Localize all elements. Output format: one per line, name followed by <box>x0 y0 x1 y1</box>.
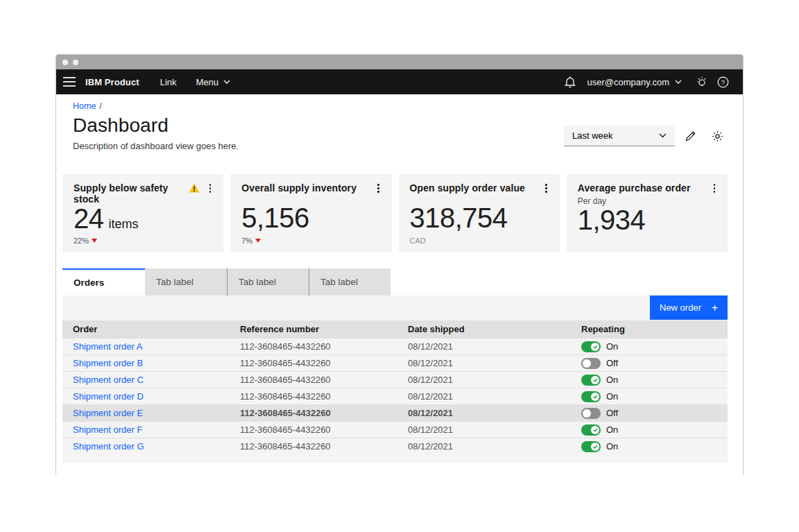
breadcrumb-home-link[interactable]: Home <box>73 101 96 111</box>
tab-label-1[interactable]: Tab label <box>145 268 227 295</box>
toggle-state-label: On <box>606 424 618 435</box>
tab-label-2[interactable]: Tab label <box>227 268 309 295</box>
time-range-dropdown[interactable]: Last week <box>564 126 675 146</box>
date-cell: 08/12/2021 <box>397 441 571 452</box>
toggle-state-label: On <box>606 375 618 385</box>
toggle-state-label: Off <box>606 358 618 368</box>
order-link[interactable]: Shipment order F <box>73 424 142 435</box>
settings-gear-icon[interactable] <box>707 126 728 146</box>
metric-unit: CAD <box>410 237 426 245</box>
edit-pencil-icon[interactable] <box>680 126 701 146</box>
app-window: IBM Product Link Menu user@company.com ? <box>55 54 744 475</box>
table-row[interactable]: Shipment order A 112-3608465-4432260 08/… <box>62 338 728 354</box>
order-link[interactable]: Shipment order E <box>73 408 143 418</box>
app-header: IBM Product Link Menu user@company.com ? <box>56 69 743 94</box>
repeating-toggle[interactable] <box>581 424 601 436</box>
date-cell: 08/12/2021 <box>397 341 571 352</box>
date-cell: 08/12/2021 <box>397 408 571 418</box>
page-controls: Last week <box>564 126 728 146</box>
card-title: Open supply order value <box>410 182 525 194</box>
tab-bar: Orders Tab label Tab label Tab label <box>62 268 728 295</box>
column-header-repeating[interactable]: Repeating <box>571 324 728 334</box>
repeating-toggle[interactable] <box>581 358 601 369</box>
order-link[interactable]: Shipment order D <box>73 391 144 402</box>
overflow-menu-icon[interactable] <box>711 182 719 194</box>
nav-menu[interactable]: Menu <box>196 77 231 87</box>
nav-link[interactable]: Link <box>160 77 177 87</box>
table-footer-spacer <box>62 454 728 463</box>
metric-value: 318,754 <box>410 204 508 232</box>
table-row[interactable]: Shipment order G 112-3608465-4432260 08/… <box>62 438 728 454</box>
overflow-menu-icon[interactable] <box>375 182 382 194</box>
repeating-toggle[interactable] <box>581 391 601 402</box>
metric-card-supply-below-safety-stock[interactable]: Supply below safety stock 24 items 22% <box>62 174 223 252</box>
table-row[interactable]: Shipment order D 112-3608465-4432260 08/… <box>62 388 728 404</box>
overflow-menu-icon[interactable] <box>207 182 214 194</box>
toggle-state-label: On <box>606 391 618 402</box>
window-control-dot[interactable] <box>62 60 68 65</box>
user-email: user@company.com <box>587 77 669 87</box>
order-link[interactable]: Shipment order A <box>73 341 142 352</box>
table-row[interactable]: Shipment order F 112-3608465-4432260 08/… <box>62 421 728 438</box>
notifications-bell-icon[interactable] <box>560 71 581 92</box>
trend-value: 22% <box>74 237 89 245</box>
date-cell: 08/12/2021 <box>397 375 571 385</box>
tab-label-3[interactable]: Tab label <box>309 268 390 295</box>
trend-down-icon <box>92 239 97 243</box>
order-link[interactable]: Shipment order B <box>73 358 143 368</box>
table-row-hovered[interactable]: Shipment order E 112-3608465-4432260 08/… <box>62 404 728 421</box>
reference-cell: 112-3608465-4432260 <box>230 441 397 452</box>
repeating-toggle[interactable] <box>581 441 601 452</box>
order-link[interactable]: Shipment order G <box>73 441 144 452</box>
screen: IBM Product Link Menu user@company.com ? <box>0 0 799 532</box>
window-control-dot[interactable] <box>73 60 78 65</box>
column-header-order[interactable]: Order <box>62 324 230 334</box>
repeating-toggle[interactable] <box>581 341 601 352</box>
chevron-down-icon <box>659 133 667 138</box>
hamburger-menu-icon[interactable] <box>59 71 80 92</box>
toggle-state-label: Off <box>606 408 618 418</box>
repeating-toggle[interactable] <box>581 375 601 386</box>
card-title: Supply below safety stock <box>74 182 189 205</box>
card-title: Average purchase order <box>578 182 691 194</box>
warning-icon <box>189 183 200 193</box>
svg-text:?: ? <box>721 78 724 86</box>
reference-cell: 112-3608465-4432260 <box>230 358 397 368</box>
plus-icon: + <box>712 302 718 314</box>
column-header-reference[interactable]: Reference number <box>230 324 397 334</box>
table-row[interactable]: Shipment order B 112-3608465-4432260 08/… <box>62 354 728 371</box>
metric-card-open-supply-order-value[interactable]: Open supply order value 318,754 CAD <box>399 174 560 252</box>
metric-value: 5,156 <box>241 204 309 232</box>
account-menu[interactable]: user@company.com <box>587 77 682 87</box>
metric-suffix: items <box>109 218 139 230</box>
trend-value: 7% <box>241 237 252 245</box>
help-icon[interactable]: ? <box>712 71 733 92</box>
reference-cell: 112-3608465-4432260 <box>230 408 397 418</box>
toggle-state-label: On <box>606 441 618 452</box>
page-content: Home/ Dashboard Description of dashboard… <box>56 94 743 475</box>
brand-title: IBM Product <box>85 77 139 87</box>
repeating-toggle[interactable] <box>581 408 601 419</box>
tab-orders[interactable]: Orders <box>62 268 145 295</box>
reference-cell: 112-3608465-4432260 <box>230 375 397 385</box>
new-order-button[interactable]: New order + <box>650 295 728 320</box>
trend-down-icon <box>255 239 261 243</box>
overflow-menu-icon[interactable] <box>542 182 550 194</box>
orders-table: Order Reference number Date shipped Repe… <box>62 320 728 463</box>
order-link[interactable]: Shipment order C <box>73 375 144 385</box>
chevron-down-icon <box>223 80 230 84</box>
card-title: Overall supply inventory <box>241 182 356 194</box>
toggle-state-label: On <box>606 341 618 352</box>
table-row[interactable]: Shipment order C 112-3608465-4432260 08/… <box>62 371 728 388</box>
idea-lightbulb-icon[interactable] <box>691 71 712 92</box>
metric-card-average-purchase-order[interactable]: Average purchase order Per day 1,934 <box>567 174 728 252</box>
metric-card-overall-supply-inventory[interactable]: Overall supply inventory 5,156 7% <box>230 174 391 252</box>
window-titlebar[interactable] <box>56 55 743 69</box>
reference-cell: 112-3608465-4432260 <box>230 424 397 435</box>
date-cell: 08/12/2021 <box>397 358 571 368</box>
date-cell: 08/12/2021 <box>397 391 571 402</box>
breadcrumb-separator: / <box>99 101 101 111</box>
table-toolbar: New order + <box>62 295 728 320</box>
metric-value: 24 <box>74 205 104 232</box>
column-header-date-shipped[interactable]: Date shipped <box>397 324 571 334</box>
